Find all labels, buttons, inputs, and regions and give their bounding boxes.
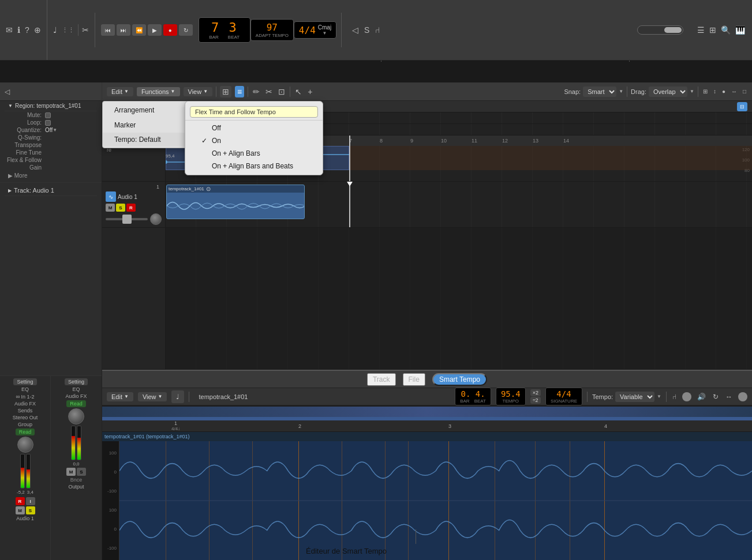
tuning-fork-btn[interactable]: ⑁ xyxy=(374,24,381,36)
ste-edit-btn[interactable]: Edit ▼ xyxy=(107,392,133,401)
audio-region[interactable]: tempotrack_1#01 ⊙ xyxy=(166,185,305,219)
audio-region-header: tempotrack_1#01 ⊙ xyxy=(167,185,304,193)
ste-div2-btn[interactable]: ÷2 xyxy=(530,397,541,404)
ste-file-tab[interactable]: File xyxy=(403,373,425,386)
edit-dropdown-btn[interactable]: Edit ▼ xyxy=(107,87,133,96)
track-vol-knob[interactable] xyxy=(150,213,162,225)
flex-align-bars-beats-item[interactable]: On + Align Bars and Beats xyxy=(185,160,323,172)
flex-align-bars-item[interactable]: On + Align Bars xyxy=(185,147,323,160)
ste-view-btn[interactable]: View ▼ xyxy=(138,392,167,401)
ste-edit-label: Edit xyxy=(111,393,122,400)
marquee-tool-btn[interactable]: ⊡ xyxy=(277,86,286,97)
ch2-setting-btn[interactable]: Setting xyxy=(65,378,88,385)
audio-track-row: 1 ∿ Audio 1 M S R xyxy=(102,182,752,228)
ste-cycle-btn[interactable]: ↻ xyxy=(712,392,720,402)
ste-x2-btn[interactable]: ×2 xyxy=(530,389,541,396)
flex-on-item[interactable]: ✓ On xyxy=(185,134,323,147)
ste-metronome-btn[interactable]: ♩ xyxy=(171,390,184,403)
scissors-icon-btn[interactable]: ✂ xyxy=(81,24,90,36)
track-r-btn[interactable]: R xyxy=(126,204,136,212)
record-area-btn[interactable]: ● xyxy=(721,87,727,96)
zoom-height-btn[interactable]: ↕ xyxy=(712,87,717,96)
ste-right-circle[interactable] xyxy=(738,392,747,401)
ste-ruler: 1 4/4↓ 2 3 4 xyxy=(102,420,752,432)
ch1-mute-btn[interactable]: I xyxy=(26,497,35,505)
ch2-s-btn[interactable]: S xyxy=(77,468,86,476)
ste-sig-display[interactable]: 4/4 SIGNATURE xyxy=(545,388,582,405)
plus-tool-btn[interactable]: + xyxy=(306,86,313,97)
transpose-label: Transpose xyxy=(5,142,45,148)
play-btn[interactable]: ▶ xyxy=(148,24,162,36)
list-mode-btn[interactable]: ≡ xyxy=(235,86,244,97)
grid-mode-btn[interactable]: ⊞ xyxy=(220,86,231,97)
ch1-m-btn[interactable]: M xyxy=(16,506,25,514)
fast-forward-btn[interactable]: ⏭ xyxy=(117,24,130,36)
record-btn[interactable]: ● xyxy=(163,24,177,36)
more-section[interactable]: ▶ More xyxy=(5,171,97,180)
ste-time-sig-marker: 4/4↓ xyxy=(171,426,180,431)
expand-horiz-btn[interactable]: ↔ xyxy=(730,87,738,96)
ch1-read-btn[interactable]: Read xyxy=(16,429,35,435)
drag-select[interactable]: Overlap xyxy=(649,87,687,97)
ste-tempo-display[interactable]: 95.4 TEMPO xyxy=(496,388,526,405)
flex-icon-btn[interactable]: ⋮⋮ xyxy=(61,25,76,35)
rewind-btn[interactable]: ⏮ xyxy=(101,24,115,36)
track-m-btn[interactable]: M xyxy=(106,204,115,212)
ch1-setting-btn[interactable]: Setting xyxy=(13,378,36,385)
ste-circle-btn[interactable] xyxy=(682,392,691,401)
flex-off-item[interactable]: Off xyxy=(185,122,323,134)
ch1-s-btn[interactable]: S xyxy=(26,506,35,514)
zoom-in-btn[interactable]: ⊞ xyxy=(702,87,709,96)
inspector-toggle-btn[interactable]: ◁ xyxy=(3,87,11,97)
piano-btn[interactable]: 🎹 xyxy=(734,24,746,36)
s-icon-btn[interactable]: S xyxy=(363,24,371,36)
track-s-btn[interactable]: S xyxy=(116,204,125,212)
tempo-track-toggle[interactable] xyxy=(637,25,683,35)
info-icon-btn[interactable]: ℹ xyxy=(16,24,21,36)
list-view-btn[interactable]: ☰ xyxy=(696,24,706,36)
cycle-btn[interactable]: ↻ xyxy=(179,24,193,36)
region-section-header[interactable]: ▼ Region: tempotrack_1#01 xyxy=(5,101,97,111)
ch1-volume-value: -5,2 xyxy=(17,490,25,495)
ch2-pan-knob[interactable] xyxy=(68,408,84,424)
view-dropdown-btn[interactable]: View ▼ xyxy=(184,87,213,96)
snap-select[interactable]: Smart xyxy=(583,87,616,97)
metronome-icon-btn[interactable]: ♩ xyxy=(52,24,58,36)
ste-vol-btn[interactable]: 🔊 xyxy=(696,392,707,402)
functions-dropdown-btn[interactable]: Functions ▼ xyxy=(137,87,180,96)
tempo-display[interactable]: 97 ADAPT TEMPO xyxy=(250,19,294,41)
grid-view-btn[interactable]: ⊞ xyxy=(708,24,717,36)
track-fader-track[interactable] xyxy=(106,218,148,220)
left-arrow-btn[interactable]: ◁ xyxy=(351,24,360,36)
global-track-active-btn[interactable]: ⊟ xyxy=(737,102,747,111)
pointer-tool-btn[interactable]: ↖ xyxy=(294,86,303,97)
loop-checkbox[interactable] xyxy=(45,120,51,126)
add-icon-btn[interactable]: ⊕ xyxy=(33,24,42,36)
ch2-m-btn[interactable]: M xyxy=(66,468,76,476)
ruler-mark-12: 13 xyxy=(533,138,538,144)
skip-back-btn[interactable]: ⏪ xyxy=(132,24,146,36)
quantize-value[interactable]: Off xyxy=(45,127,53,133)
zoom-fit-btn[interactable]: □ xyxy=(742,87,747,96)
track-section-header[interactable]: ▶ Track: Audio 1 xyxy=(5,185,97,196)
scissors-tool-btn[interactable]: ✂ xyxy=(264,86,274,97)
ch2-bounce-label: Bnce xyxy=(70,477,83,483)
ch1-record-btn[interactable]: R xyxy=(16,497,25,505)
ste-smart-tempo-tab[interactable]: Smart Tempo xyxy=(432,373,487,386)
ste-tuning-btn[interactable]: ⑁ xyxy=(671,392,678,402)
time-sig-display[interactable]: 4/4 Cmaj ▼ xyxy=(294,21,336,39)
track-fader-thumb[interactable] xyxy=(122,215,132,224)
ste-position-display[interactable]: 0. 4. BAR BEAT xyxy=(455,388,491,405)
search-btn[interactable]: 🔍 xyxy=(720,24,732,36)
ste-tempo-mode-select[interactable]: Variable xyxy=(615,392,654,402)
pencil-tool-btn[interactable]: ✏ xyxy=(252,86,261,97)
ch1-pan-knob[interactable] xyxy=(17,437,33,453)
mail-icon-btn[interactable]: ✉ xyxy=(5,24,14,36)
ste-track-tab[interactable]: Track xyxy=(367,373,396,386)
mute-checkbox[interactable] xyxy=(45,112,51,118)
ch2-read-btn[interactable]: Read xyxy=(66,400,86,407)
ste-expand-btn[interactable]: ↔ xyxy=(724,392,734,402)
lcd-position-display[interactable]: 7 3 BAR BEAT xyxy=(199,17,250,43)
question-icon-btn[interactable]: ? xyxy=(24,24,31,36)
ste-edit-chevron: ▼ xyxy=(124,394,129,399)
